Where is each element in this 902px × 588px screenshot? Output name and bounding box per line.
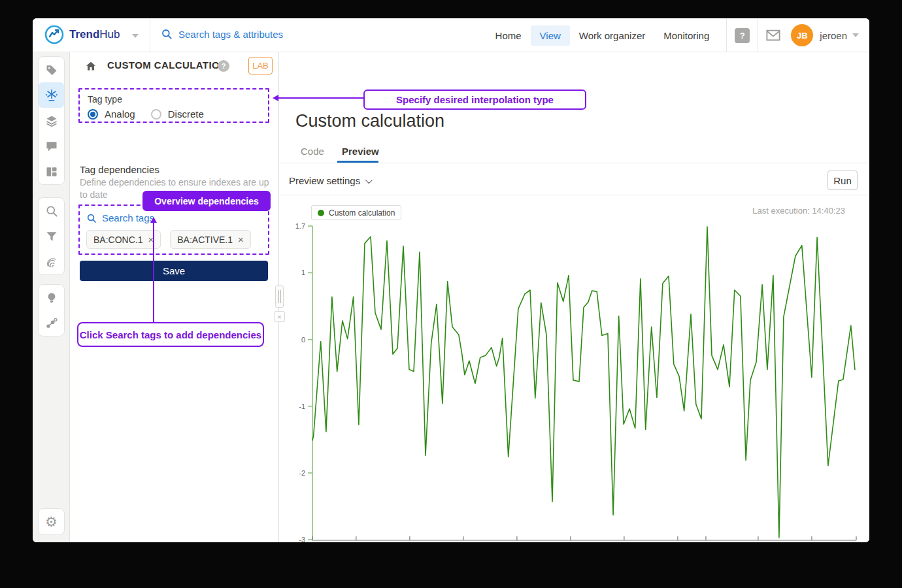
nav-item-home[interactable]: Home [486,25,531,46]
radio-discrete[interactable] [151,109,161,120]
search-tags-label: Search tags [102,212,154,223]
tag-type-options: Analog Discrete [88,108,260,120]
search-tags-annotation-box: Search tags BA:CONC.1 × BA:ACTIVE.1 × [78,204,269,255]
graph-icon[interactable] [39,310,64,336]
annotation-arrow-left [278,97,363,99]
svg-text:-3: -3 [299,536,305,542]
mail-icon[interactable] [766,29,780,41]
icon-rail: ⚙ [33,52,70,542]
lightbulb-icon[interactable] [39,285,64,310]
home-icon[interactable] [80,55,101,76]
rail-group-trends [38,56,65,185]
tag-icon[interactable] [39,57,64,82]
tab-preview[interactable]: Preview [342,146,379,157]
nav-divider [150,18,150,52]
svg-text:1: 1 [301,269,305,276]
avatar[interactable]: JB [791,24,813,46]
dashboard-icon[interactable] [39,159,64,184]
lab-badge: LAB [248,57,273,74]
global-search[interactable]: Search tags & attributes [161,28,283,40]
help-icon[interactable]: ? [735,28,750,43]
custom-calculation-panel: CUSTOM CALCULATION ? LAB Tag type Analog… [70,52,279,542]
search-tags-link[interactable]: Search tags [86,212,261,223]
panel-help-icon[interactable]: ? [218,60,229,72]
brand-name: TrendHub [69,28,120,41]
panel-header: CUSTOM CALCULATION ? LAB [70,52,278,80]
active-tab-underline [337,161,378,163]
panel-resize-handle[interactable] [275,286,284,308]
page-title: Custom calculation [295,111,444,131]
global-search-label: Search tags & attributes [178,29,283,40]
comment-icon[interactable] [39,133,64,159]
run-button[interactable]: Run [827,171,858,190]
tab-code[interactable]: Code [301,146,324,157]
tabs-divider [280,163,869,163]
preview-settings-label: Preview settings [289,175,360,186]
brand-caret-icon[interactable] [132,34,139,38]
chip-label: BA:ACTIVE.1 [177,235,233,245]
chip-ba-conc-1[interactable]: BA:CONC.1 × [86,230,161,249]
nav-item-monitoring[interactable]: Monitoring [654,25,718,46]
search-icon[interactable] [39,198,64,223]
chip-remove-icon[interactable]: × [238,234,244,245]
chip-label: BA:CONC.1 [93,235,142,245]
main-content: Custom calculation Code Preview Preview … [280,52,869,542]
custom-calculation-icon[interactable] [39,82,64,108]
user-menu-caret-icon[interactable] [852,33,859,37]
user-name[interactable]: jeroen [820,30,847,41]
preview-settings-dropdown[interactable]: Preview settings [289,175,371,186]
trendhub-logo[interactable]: TrendHub [44,25,120,44]
nav-divider [758,18,758,52]
top-navbar: TrendHub Search tags & attributes Home V… [33,18,869,52]
svg-text:1.7: 1.7 [295,222,305,230]
tag-type-label: Tag type [88,94,260,105]
toolbar-divider [280,195,869,195]
rail-group-insights [38,284,65,336]
trendhub-logo-icon [44,25,64,44]
panel-close-icon[interactable]: × [274,311,285,322]
rail-group-settings: ⚙ [38,508,65,535]
save-button[interactable]: Save [80,261,268,281]
callout-overview-dependencies: Overview dependencies [142,191,271,211]
app-window: TrendHub Search tags & attributes Home V… [33,18,869,542]
nav-item-view[interactable]: View [531,25,570,46]
svg-text:-1: -1 [299,402,305,410]
gear-icon[interactable]: ⚙ [39,509,64,534]
chip-ba-active-1[interactable]: BA:ACTIVE.1 × [170,230,251,249]
radio-analog-label[interactable]: Analog [105,108,135,120]
nav-item-work-organizer[interactable]: Work organizer [570,25,654,46]
chevron-down-icon [365,176,373,183]
nav-links: Home View Work organizer Monitoring ? JB… [486,18,869,52]
callout-interpolation-type: Specify desired interpolation type [363,90,586,110]
tag-dependencies-heading: Tag dependencies [80,164,159,175]
radio-discrete-label[interactable]: Discrete [168,108,204,120]
layers-icon[interactable] [39,108,64,133]
svg-text:-2: -2 [299,469,305,477]
rail-group-discovery [38,197,65,275]
tag-type-annotation-box: Tag type Analog Discrete [78,88,269,123]
filter-icon[interactable] [39,223,64,249]
dependency-chips: BA:CONC.1 × BA:ACTIVE.1 × [86,230,261,249]
radio-analog[interactable] [88,109,98,120]
search-icon [161,28,173,40]
preview-chart: 1.710-1-2-3Fri, 1921 JanTue, 23Thu, 25Sa… [281,200,869,542]
panel-title: CUSTOM CALCULATION [107,59,227,71]
svg-text:0: 0 [301,336,305,344]
annotation-arrow-up [153,222,154,322]
nav-divider [726,18,727,52]
fingerprint-icon[interactable] [39,249,64,274]
callout-click-search-tags: Click Search tags to add dependencies [77,322,264,347]
search-icon [86,213,97,223]
